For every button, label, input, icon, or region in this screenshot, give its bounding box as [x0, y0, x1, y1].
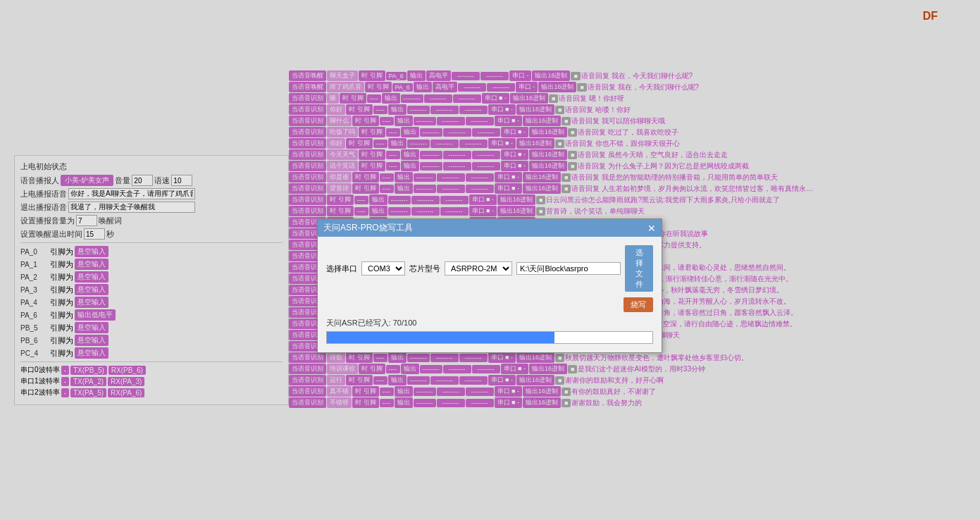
- progress-bar-container: [326, 331, 653, 344]
- dialog-title: 天问ASR-PRO烧写工具: [323, 222, 413, 234]
- port-select[interactable]: COM3 COM1 COM2 COM4: [361, 261, 405, 276]
- chip-label: 芯片型号: [409, 264, 440, 274]
- progress-label: 天问ASR已经写入: 70/100: [326, 318, 653, 328]
- chip-select[interactable]: ASRPRO-2M ASRPRO-1M ASRPRO-4M: [445, 261, 512, 276]
- port-label: 选择串口: [326, 264, 357, 274]
- dialog-body: 选择串口 COM3 COM1 COM2 COM4 芯片型号 ASRPRO-2M …: [318, 237, 662, 352]
- dialog-overlay: 天问ASR-PRO烧写工具 ✕ 选择串口 COM3 COM1 COM2 COM4…: [0, 0, 980, 520]
- select-file-btn[interactable]: 选择文件: [625, 245, 653, 292]
- dialog-close-btn[interactable]: ✕: [647, 223, 656, 233]
- burn-btn[interactable]: 烧写: [624, 297, 653, 312]
- path-input[interactable]: [516, 262, 621, 275]
- burn-dialog: 天问ASR-PRO烧写工具 ✕ 选择串口 COM3 COM1 COM2 COM4…: [317, 218, 662, 353]
- dialog-titlebar: 天问ASR-PRO烧写工具 ✕: [318, 219, 662, 237]
- progress-bar-fill: [327, 332, 554, 343]
